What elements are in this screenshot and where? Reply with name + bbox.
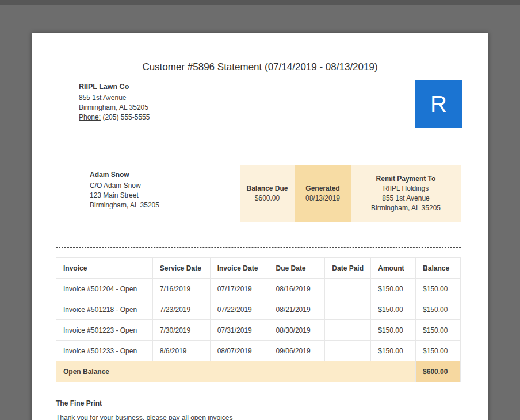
header-amount: Amount bbox=[371, 258, 416, 279]
phone-label: Phone: bbox=[79, 113, 101, 121]
header-invoice: Invoice bbox=[56, 258, 153, 279]
customer-line2: 123 Main Street bbox=[90, 191, 159, 201]
cell-service-date: 7/30/2019 bbox=[152, 320, 210, 341]
customer-info: Adam Snow C/O Adam Snow 123 Main Street … bbox=[90, 170, 159, 210]
invoice-table-container: Invoice Service Date Invoice Date Due Da… bbox=[56, 257, 461, 382]
statement-page: Customer #5896 Statement (07/14/2019 - 0… bbox=[32, 33, 488, 420]
open-balance-row: Open Balance $600.00 bbox=[56, 361, 461, 382]
cell-date-paid bbox=[325, 341, 371, 361]
cell-invoice: Invoice #501223 - Open bbox=[56, 320, 153, 341]
cell-amount: $150.00 bbox=[371, 299, 416, 320]
cell-date-paid bbox=[325, 279, 371, 299]
remit-payment-cell: Remit Payment To RIIPL Holdings 855 1st … bbox=[351, 165, 461, 222]
invoice-table: Invoice Service Date Invoice Date Due Da… bbox=[56, 257, 461, 382]
header-date-paid: Date Paid bbox=[325, 258, 371, 279]
cell-due-date: 08/30/2019 bbox=[269, 320, 325, 341]
phone-number: (205) 555-5555 bbox=[102, 113, 150, 121]
cell-invoice-date: 07/17/2019 bbox=[210, 279, 269, 299]
table-row: Invoice #501204 - Open 7/16/2019 07/17/2… bbox=[56, 279, 461, 299]
table-header-row: Invoice Service Date Invoice Date Due Da… bbox=[56, 258, 461, 279]
cell-due-date: 08/21/2019 bbox=[269, 299, 325, 320]
table-row: Invoice #501218 - Open 7/23/2019 07/22/2… bbox=[56, 299, 461, 320]
remit-name: RIIPL Holdings bbox=[383, 184, 429, 194]
cell-amount: $150.00 bbox=[371, 320, 416, 341]
cell-service-date: 7/23/2019 bbox=[152, 299, 210, 320]
cell-balance: $150.00 bbox=[416, 341, 461, 361]
cell-service-date: 7/16/2019 bbox=[152, 279, 210, 299]
cell-invoice-date: 08/07/2019 bbox=[210, 341, 269, 361]
company-info: RIIPL Lawn Co 855 1st Avenue Birmingham,… bbox=[79, 82, 150, 122]
cell-date-paid bbox=[325, 299, 371, 320]
cell-due-date: 09/06/2019 bbox=[269, 341, 325, 361]
cell-amount: $150.00 bbox=[371, 279, 416, 299]
customer-line3: Birmingham, AL 35205 bbox=[90, 201, 159, 210]
cell-date-paid bbox=[325, 320, 371, 341]
customer-line1: C/O Adam Snow bbox=[90, 181, 159, 191]
remit-address1: 855 1st Avenue bbox=[382, 194, 430, 203]
balance-due-value: $600.00 bbox=[255, 194, 280, 203]
header-invoice-date: Invoice Date bbox=[210, 258, 269, 279]
open-balance-label: Open Balance bbox=[56, 361, 416, 382]
table-row: Invoice #501223 - Open 7/30/2019 07/31/2… bbox=[56, 320, 461, 341]
generated-label: Generated bbox=[305, 184, 339, 194]
cell-invoice: Invoice #501233 - Open bbox=[56, 341, 153, 361]
header-balance: Balance bbox=[416, 258, 461, 279]
fine-print-title: The Fine Print bbox=[56, 399, 102, 407]
summary-box: Balance Due $600.00 Generated 08/13/2019… bbox=[240, 165, 461, 222]
cell-balance: $150.00 bbox=[416, 279, 461, 299]
generated-cell: Generated 08/13/2019 bbox=[295, 165, 351, 222]
company-name: RIIPL Lawn Co bbox=[79, 82, 150, 92]
header-service-date: Service Date bbox=[152, 258, 210, 279]
company-phone-line: Phone: (205) 555-5555 bbox=[79, 113, 150, 122]
cell-invoice-date: 07/31/2019 bbox=[210, 320, 269, 341]
logo-letter: R bbox=[430, 91, 447, 117]
header-due-date: Due Date bbox=[269, 258, 325, 279]
remit-address2: Birmingham, AL 35205 bbox=[371, 203, 441, 213]
fine-print-text: Thank you for your business, please pay … bbox=[56, 414, 233, 420]
cell-invoice-date: 07/22/2019 bbox=[210, 299, 269, 320]
cell-invoice: Invoice #501204 - Open bbox=[56, 279, 153, 299]
cell-due-date: 08/16/2019 bbox=[269, 279, 325, 299]
cell-balance: $150.00 bbox=[416, 320, 461, 341]
company-address-line2: Birmingham, AL 35205 bbox=[79, 103, 150, 113]
table-row: Invoice #501233 - Open 8/6/2019 08/07/20… bbox=[56, 341, 461, 361]
cell-balance: $150.00 bbox=[416, 299, 461, 320]
customer-name: Adam Snow bbox=[90, 170, 159, 180]
cell-amount: $150.00 bbox=[371, 341, 416, 361]
remit-label: Remit Payment To bbox=[376, 174, 436, 184]
company-address-line1: 855 1st Avenue bbox=[79, 93, 150, 103]
balance-due-label: Balance Due bbox=[246, 184, 288, 194]
open-balance-value: $600.00 bbox=[416, 361, 461, 382]
viewer-top-edge bbox=[0, 0, 520, 5]
dashed-separator bbox=[56, 247, 461, 248]
statement-title: Customer #5896 Statement (07/14/2019 - 0… bbox=[32, 61, 488, 73]
company-logo: R bbox=[415, 80, 462, 128]
balance-due-cell: Balance Due $600.00 bbox=[240, 165, 295, 222]
cell-invoice: Invoice #501218 - Open bbox=[56, 299, 153, 320]
generated-value: 08/13/2019 bbox=[305, 194, 340, 203]
cell-service-date: 8/6/2019 bbox=[152, 341, 210, 361]
